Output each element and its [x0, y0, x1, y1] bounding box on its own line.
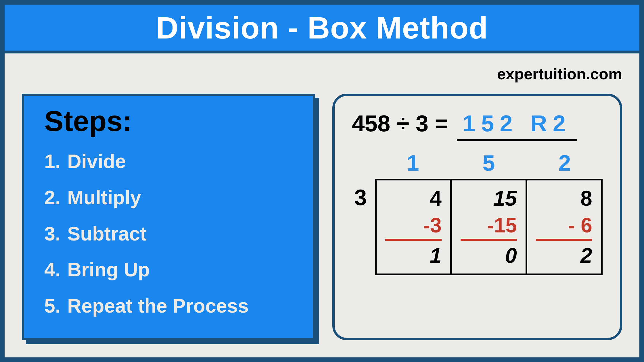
step-label: Subtract [67, 223, 147, 244]
step-label: Bring Up [67, 259, 150, 280]
equation-lhs: 458 ÷ 3 = [352, 110, 448, 137]
equation-answer: 152 R2 [457, 110, 577, 141]
quotient-row: 1 5 2 [375, 150, 603, 179]
step-label: Divide [67, 150, 126, 172]
dividend-value: 15 [461, 186, 517, 211]
step-item: 4.Bring Up [44, 252, 298, 288]
step-number: 4. [44, 252, 67, 288]
step-number: 2. [44, 180, 67, 216]
box-column: 8 - 6 2 [527, 180, 601, 274]
box-column: 15 -15 0 [452, 180, 527, 274]
content-row: Steps: 1.Divide 2.Multiply 3.Subtract 4.… [22, 94, 622, 340]
steps-panel: Steps: 1.Divide 2.Multiply 3.Subtract 4.… [22, 94, 315, 340]
step-number: 3. [44, 216, 67, 252]
site-credit: expertuition.com [497, 65, 622, 83]
quotient-digit: 1 [375, 150, 451, 179]
step-item: 1.Divide [44, 143, 298, 180]
step-item: 3.Subtract [44, 216, 298, 252]
dividend-value: 8 [536, 186, 592, 211]
step-label: Multiply [67, 186, 141, 208]
step-number: 1. [44, 143, 67, 180]
box-method-area: 3 1 5 2 4 -3 1 15 [352, 150, 603, 275]
equation: 458 ÷ 3 = 152 R2 [352, 110, 603, 141]
box-table: 4 -3 1 15 -15 0 8 - 6 2 [375, 179, 603, 275]
slide-frame: Division - Box Method expertuition.com S… [0, 0, 644, 362]
box-grid: 1 5 2 4 -3 1 15 -15 0 [375, 150, 603, 275]
page-title: Division - Box Method [156, 10, 488, 46]
subtract-value: -3 [385, 213, 442, 241]
step-number: 5. [44, 288, 67, 324]
step-item: 5.Repeat the Process [44, 288, 298, 324]
steps-list: 1.Divide 2.Multiply 3.Subtract 4.Bring U… [44, 143, 298, 324]
step-label: Repeat the Process [67, 295, 249, 317]
dividend-value: 4 [385, 186, 442, 211]
box-column: 4 -3 1 [377, 180, 452, 274]
remainder-value: 2 [536, 243, 592, 268]
remainder-value: 1 [385, 243, 442, 268]
title-bar: Division - Box Method [5, 5, 639, 53]
remainder-value: 0 [461, 243, 517, 268]
example-panel: 458 ÷ 3 = 152 R2 3 1 5 2 4 -3 1 [332, 94, 622, 340]
subtract-value: - 6 [536, 213, 592, 241]
quotient-digit: 2 [527, 150, 603, 179]
step-item: 2.Multiply [44, 180, 298, 216]
steps-heading: Steps: [44, 105, 298, 138]
subtract-value: -15 [461, 213, 517, 241]
divisor-value: 3 [352, 184, 369, 211]
quotient-digit: 5 [451, 150, 527, 179]
